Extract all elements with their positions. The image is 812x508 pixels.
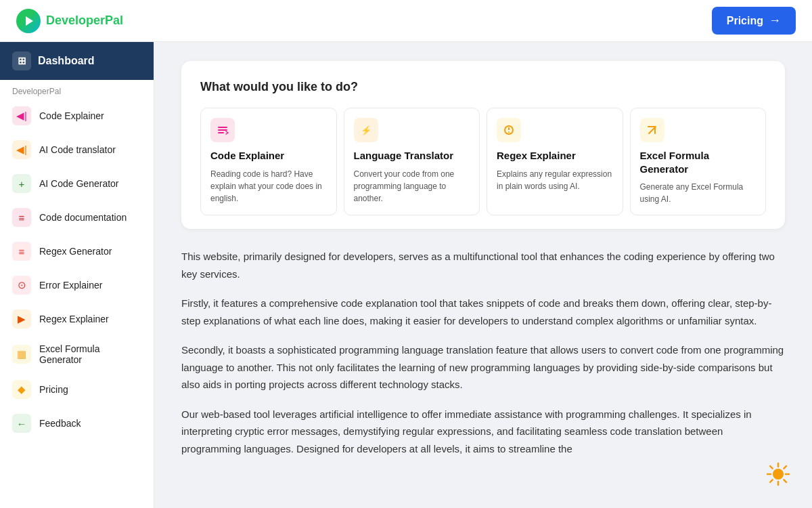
sidebar-item-ai-code-translator[interactable]: ◀| AI Code translator bbox=[0, 133, 154, 167]
tool-name: Code Explainer bbox=[210, 149, 327, 163]
sidebar-item-label: Excel Formula Generator bbox=[39, 343, 141, 365]
sidebar-item-ai-code-generator[interactable]: + AI Code Generator bbox=[0, 167, 154, 200]
layout: ⊞ Dashboard DeveloperPal ◀| Code Explain… bbox=[0, 42, 812, 508]
sidebar-item-label: Code Explainer bbox=[39, 110, 104, 121]
sidebar-item-label: Regex Generator bbox=[39, 246, 112, 257]
tool-icon-code-explainer bbox=[210, 118, 235, 142]
svg-line-13 bbox=[770, 466, 773, 469]
excel-icon: ▦ bbox=[12, 345, 31, 364]
sidebar-item-pricing[interactable]: ◆ Pricing bbox=[0, 373, 154, 406]
what-to-do-card: What would you like to do? Code Explaine… bbox=[181, 61, 785, 229]
tool-desc: Convert your code from one programming l… bbox=[354, 168, 470, 205]
dashboard-label: Dashboard bbox=[38, 55, 95, 67]
sidebar-item-excel-formula[interactable]: ▦ Excel Formula Generator bbox=[0, 336, 154, 373]
error-explainer-icon: ⊙ bbox=[12, 276, 31, 295]
svg-point-6 bbox=[508, 131, 510, 133]
sidebar-item-regex-generator[interactable]: ≡ Regex Generator bbox=[0, 234, 154, 268]
sidebar-section-label: DeveloperPal bbox=[0, 80, 154, 99]
sidebar: ⊞ Dashboard DeveloperPal ◀| Code Explain… bbox=[0, 42, 154, 508]
tool-card-language-translator[interactable]: ⚡ Language Translator Convert your code … bbox=[344, 108, 480, 215]
sidebar-item-error-explainer[interactable]: ⊙ Error Explainer bbox=[0, 268, 154, 302]
sidebar-item-code-documentation[interactable]: ≡ Code documentation bbox=[0, 200, 154, 234]
sidebar-item-label: Regex Explainer bbox=[39, 314, 109, 324]
svg-text:⚡: ⚡ bbox=[361, 125, 372, 136]
tool-icon-regex-explainer bbox=[497, 118, 521, 142]
tool-desc: Explains any regular expression in plain… bbox=[497, 168, 613, 192]
sidebar-item-label: AI Code translator bbox=[39, 144, 116, 155]
sidebar-item-label: Feedback bbox=[39, 418, 81, 429]
regex-explainer-icon: ▶ bbox=[12, 310, 31, 329]
desc-p2: Firstly, it features a comprehensive cod… bbox=[181, 295, 785, 329]
code-explainer-icon: ◀| bbox=[12, 106, 31, 125]
sidebar-item-label: Pricing bbox=[39, 384, 68, 395]
what-title: What would you like to do? bbox=[200, 80, 766, 94]
tool-card-regex-explainer[interactable]: Regex Explainer Explains any regular exp… bbox=[487, 108, 623, 215]
tool-name: Regex Explainer bbox=[497, 149, 613, 163]
tool-card-excel-formula[interactable]: Excel Formula Generator Generate any Exc… bbox=[630, 108, 767, 215]
tool-desc: Reading code is hard? Have explain what … bbox=[210, 168, 327, 205]
theme-toggle-sun-icon[interactable] bbox=[763, 459, 793, 489]
tool-grid: Code Explainer Reading code is hard? Hav… bbox=[200, 108, 766, 215]
dashboard-icon: ⊞ bbox=[12, 51, 31, 70]
header: DeveloperPal Pricing → bbox=[0, 0, 812, 42]
desc-p3: Secondly, it boasts a sophisticated prog… bbox=[181, 341, 785, 394]
tool-name: Language Translator bbox=[354, 149, 470, 163]
pricing-header-button[interactable]: Pricing → bbox=[712, 7, 796, 35]
pricing-icon: ◆ bbox=[12, 380, 31, 399]
sidebar-item-label: AI Code Generator bbox=[39, 178, 119, 189]
logo-area: DeveloperPal bbox=[16, 9, 123, 33]
code-doc-icon: ≡ bbox=[12, 208, 31, 227]
ai-generator-icon: + bbox=[12, 174, 31, 193]
pricing-header-label: Pricing bbox=[727, 15, 763, 27]
sidebar-item-label: Code documentation bbox=[39, 212, 127, 223]
pricing-arrow-icon: → bbox=[769, 14, 781, 28]
desc-p1: This website, primarily designed for dev… bbox=[181, 248, 785, 282]
description-section: This website, primarily designed for dev… bbox=[181, 248, 785, 457]
tool-icon-excel-formula bbox=[640, 118, 664, 142]
feedback-icon: ← bbox=[12, 414, 31, 433]
main-content: What would you like to do? Code Explaine… bbox=[154, 42, 812, 508]
sidebar-item-label: Error Explainer bbox=[39, 280, 102, 291]
svg-point-8 bbox=[773, 469, 784, 480]
sidebar-item-feedback[interactable]: ← Feedback bbox=[0, 406, 154, 440]
sidebar-item-regex-explainer[interactable]: ▶ Regex Explainer bbox=[0, 302, 154, 336]
logo-icon bbox=[16, 9, 41, 33]
sidebar-dashboard-item[interactable]: ⊞ Dashboard bbox=[0, 42, 154, 80]
tool-name: Excel Formula Generator bbox=[640, 149, 757, 175]
sidebar-item-code-explainer[interactable]: ◀| Code Explainer bbox=[0, 99, 154, 133]
svg-line-14 bbox=[784, 480, 786, 482]
tool-card-code-explainer[interactable]: Code Explainer Reading code is hard? Hav… bbox=[200, 108, 337, 215]
ai-translator-icon: ◀| bbox=[12, 140, 31, 159]
desc-p4: Our web-based tool leverages artificial … bbox=[181, 406, 785, 458]
app-name: DeveloperPal bbox=[46, 14, 123, 28]
tool-desc: Generate any Excel Formula using AI. bbox=[640, 181, 757, 205]
svg-line-16 bbox=[770, 480, 773, 482]
regex-gen-icon: ≡ bbox=[12, 242, 31, 261]
svg-line-15 bbox=[784, 466, 786, 469]
tool-icon-language-translator: ⚡ bbox=[354, 118, 378, 142]
play-icon bbox=[26, 16, 33, 26]
